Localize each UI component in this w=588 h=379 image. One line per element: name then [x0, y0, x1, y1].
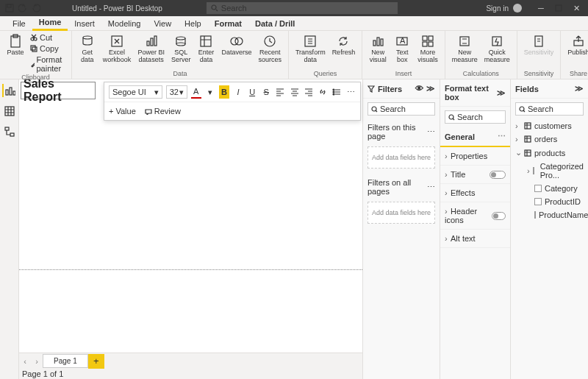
title-search[interactable]: Search — [207, 2, 398, 14]
publish-button[interactable]: Publish — [565, 32, 588, 58]
format-title: Format text box — [445, 84, 497, 102]
table-customers[interactable]: ›customers — [511, 119, 588, 132]
report-canvas[interactable]: Sales Report Segoe UI▾ 32▾ A ▾ B I U S — [19, 79, 362, 353]
tab-modeling[interactable]: Modeling — [101, 17, 148, 30]
svg-rect-36 — [10, 88, 12, 95]
get-data-button[interactable]: Get data — [76, 32, 98, 65]
svg-rect-22 — [373, 40, 376, 46]
new-measure-button[interactable]: New measure — [450, 32, 480, 65]
tab-view[interactable]: View — [147, 17, 178, 30]
format-section-properties[interactable]: ›Properties — [440, 147, 510, 166]
transform-data-button[interactable]: Transform data — [293, 32, 328, 65]
italic-button[interactable]: I — [233, 85, 243, 99]
review-button[interactable]: Review — [145, 107, 181, 116]
format-painter-button[interactable]: Format painter — [29, 54, 67, 74]
format-section-header-icons[interactable]: ›Header icons — [440, 202, 510, 230]
avatar[interactable] — [513, 4, 522, 13]
field-category[interactable]: Category — [511, 182, 588, 195]
page-tab-1[interactable]: Page 1 — [43, 354, 88, 368]
sql-server-button[interactable]: SQL Server — [169, 32, 193, 65]
prev-page-button[interactable]: ‹ — [19, 357, 31, 366]
more-options-button[interactable]: ⋯ — [345, 85, 356, 99]
more-icon[interactable]: ⋯ — [498, 132, 506, 141]
fields-search[interactable]: Search — [515, 102, 584, 116]
field-productname[interactable]: ProductName — [511, 208, 588, 222]
bold-button[interactable]: B — [219, 85, 229, 99]
table-orders[interactable]: ›orders — [511, 132, 588, 146]
format-tab-general[interactable]: General⋯ — [440, 127, 510, 147]
add-page-button[interactable]: + — [88, 354, 104, 369]
maximize-button[interactable] — [550, 0, 567, 16]
link-icon[interactable] — [318, 85, 328, 99]
format-section-effects[interactable]: ›Effects — [440, 184, 510, 202]
checkbox[interactable] — [533, 167, 534, 174]
eye-icon[interactable]: 👁 — [415, 84, 423, 93]
cut-button[interactable]: Cut — [29, 32, 67, 43]
more-icon[interactable]: ⋯ — [427, 127, 435, 137]
font-color-button[interactable]: A — [191, 85, 201, 99]
filters-search[interactable]: Search — [368, 102, 435, 116]
signin-link[interactable]: Sign in — [486, 4, 509, 13]
text-box-button[interactable]: AText box — [391, 32, 413, 65]
format-section-alt-text[interactable]: ›Alt text — [440, 230, 510, 248]
tab-file[interactable]: File — [6, 17, 32, 30]
collapse-icon[interactable]: ≫ — [497, 88, 506, 98]
tab-home[interactable]: Home — [32, 15, 68, 31]
align-right-button[interactable] — [304, 85, 314, 99]
dataverse-button[interactable]: Dataverse — [219, 32, 254, 65]
new-visual-button[interactable]: New visual — [367, 32, 389, 65]
enter-data-button[interactable]: Enter data — [195, 32, 217, 65]
recent-sources-button[interactable]: Recent sources — [256, 32, 284, 65]
report-view-button[interactable] — [2, 84, 15, 97]
list-button[interactable] — [331, 85, 342, 99]
tab-datadrill[interactable]: Data / Drill — [248, 17, 301, 30]
tab-insert[interactable]: Insert — [68, 17, 101, 30]
font-family-select[interactable]: Segoe UI▾ — [109, 85, 162, 99]
excel-button[interactable]: Excel workbook — [101, 32, 134, 65]
tab-format[interactable]: Format — [208, 17, 248, 30]
next-page-button[interactable]: › — [31, 357, 43, 366]
svg-rect-28 — [429, 36, 433, 40]
font-size-select[interactable]: 32▾ — [166, 85, 187, 99]
refresh-button[interactable]: Refresh — [330, 32, 358, 65]
redo-icon[interactable] — [29, 1, 43, 15]
textbox-content: Sales Report — [24, 79, 93, 104]
save-icon[interactable] — [3, 1, 16, 15]
quick-measure-button[interactable]: Quick measure — [482, 32, 512, 65]
more-icon[interactable]: ⋯ — [427, 183, 435, 192]
svg-rect-31 — [460, 37, 469, 46]
collapse-icon[interactable]: ≫ — [426, 84, 435, 93]
align-center-button[interactable] — [289, 85, 299, 99]
header-icons-toggle[interactable] — [492, 212, 506, 220]
paste-button[interactable]: Paste — [4, 32, 26, 74]
field-categorized[interactable]: ›Categorized Pro... — [511, 160, 588, 182]
table-products[interactable]: ⌄products — [511, 146, 588, 160]
field-productid[interactable]: ProductID — [511, 195, 588, 208]
more-visuals-button[interactable]: More visuals — [415, 32, 440, 65]
close-button[interactable]: ✕ — [567, 0, 585, 16]
add-value-button[interactable]: + Value — [109, 107, 136, 116]
data-view-button[interactable] — [3, 105, 16, 118]
model-view-button[interactable] — [3, 125, 16, 138]
underline-button[interactable]: U — [247, 85, 257, 99]
checkbox[interactable] — [534, 211, 536, 219]
format-search[interactable]: Search — [445, 110, 506, 124]
textbox-visual[interactable]: Sales Report — [21, 82, 96, 99]
title-toggle[interactable] — [490, 171, 506, 179]
chevron-down-icon[interactable]: ▾ — [205, 85, 215, 99]
filters-all-dropzone[interactable]: Add data fields here — [368, 202, 435, 224]
strikethrough-button[interactable]: S — [261, 85, 271, 99]
checkbox[interactable] — [534, 198, 542, 205]
filters-page-dropzone[interactable]: Add data fields here — [368, 146, 435, 169]
collapse-icon[interactable]: ≫ — [575, 84, 584, 93]
filters-title: Filters — [378, 85, 402, 93]
align-left-button[interactable] — [275, 85, 285, 99]
checkbox[interactable] — [534, 185, 542, 192]
pbi-datasets-button[interactable]: Power BI datasets — [135, 32, 167, 65]
chevron-down-icon: ▾ — [179, 88, 184, 97]
format-section-title[interactable]: ›Title — [440, 166, 510, 184]
tab-help[interactable]: Help — [178, 17, 208, 30]
minimize-button[interactable]: ─ — [532, 0, 550, 16]
undo-icon[interactable] — [16, 1, 29, 15]
copy-button[interactable]: Copy — [29, 43, 67, 54]
